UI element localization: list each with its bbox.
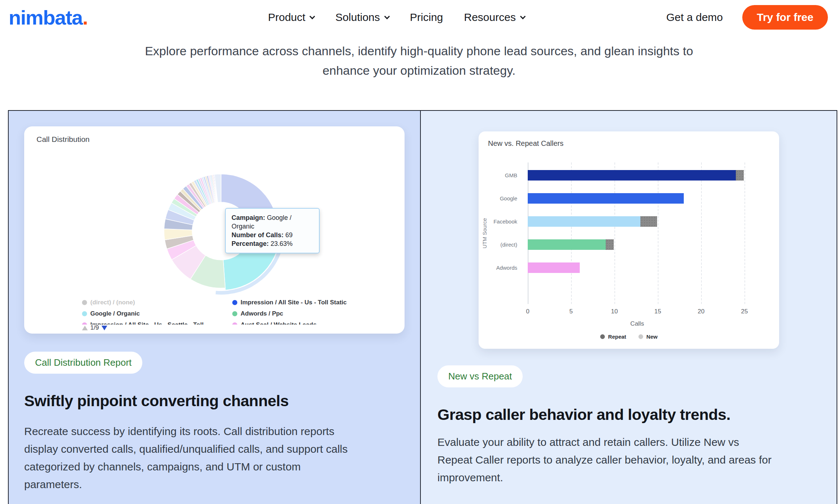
body-line: parameters. (24, 475, 348, 493)
y-axis-title: UTM Source (481, 162, 488, 304)
right-heading: Grasp caller behavior and loyalty trends… (437, 406, 730, 423)
legend-dot (639, 334, 643, 339)
gridline (744, 162, 745, 304)
x-tick-15: 15 (655, 308, 661, 315)
body-line: Recreate success by identifying its root… (24, 422, 348, 440)
top-nav: nimbata. ProductSolutionsPricingResource… (0, 0, 838, 35)
call-distribution-report-badge: Call Distribution Report (24, 352, 142, 374)
category-label-adwords: Adwords (479, 262, 523, 273)
body-line: Repeat Caller reports to analyze caller … (437, 451, 772, 469)
bar-plot-area (528, 162, 747, 304)
new-vs-repeat-panel: New vs. Repeat Callers UTM Source GMBGoo… (421, 111, 837, 504)
category-label--direct-: (direct) (479, 239, 523, 250)
try-for-free-button[interactable]: Try for free (742, 5, 828, 30)
nav-item-resources[interactable]: Resources (464, 11, 525, 23)
x-tick-0: 0 (526, 308, 529, 315)
donut-tooltip: Campaign: Google / OrganicNumber of Call… (225, 208, 320, 253)
bar-facebook-repeat[interactable] (640, 216, 657, 227)
legend-label: Adwords / Ppc (241, 310, 283, 317)
legend-label: Impression / All Site - Us - Seattle - T… (90, 321, 204, 325)
right-body-text: Evaluate your ability to attract and ret… (437, 433, 772, 486)
legend-dot (82, 300, 87, 305)
bar-row-adwords (528, 262, 580, 273)
chart-title: New vs. Repeat Callers (488, 139, 563, 148)
legend-item-aust-seal-website-leads[interactable]: Aust Seal / Website Leads (232, 321, 347, 325)
category-label-gmb: GMB (479, 170, 523, 181)
nav-item-pricing[interactable]: Pricing (410, 11, 443, 23)
body-line: categorized by channels, campaigns, and … (24, 458, 348, 475)
nav-item-product[interactable]: Product (268, 11, 314, 23)
bar--direct--repeat[interactable] (606, 239, 614, 250)
legend-label: Impression / All Site - Us - Toll Static (241, 299, 347, 306)
gridline (571, 162, 572, 304)
legend-label: Aust Seal / Website Leads (241, 321, 316, 325)
bar-gmb-repeat[interactable] (736, 170, 744, 181)
legend-label: Google / Organic (90, 310, 140, 317)
legend-dot (232, 311, 237, 316)
legend-pagination: 1/9 (82, 324, 107, 331)
bar-row-google (528, 193, 684, 204)
nav-actions: Get a demo Try for free (666, 5, 828, 30)
x-tick-25: 25 (741, 308, 748, 315)
body-line: improvement. (437, 469, 772, 486)
body-line: display converted calls, qualified/unqua… (24, 440, 348, 458)
chevron-down-icon (520, 13, 526, 19)
legend-item-new[interactable]: New (639, 334, 658, 340)
call-distribution-chart-card: Call Distribution Campaign: Google / Org… (24, 126, 405, 334)
tooltip-row: Number of Calls: 69 (232, 231, 313, 239)
nimbata-logo[interactable]: nimbata. (9, 6, 87, 29)
legend-item-google-organic[interactable]: Google / Organic (82, 310, 216, 318)
tooltip-row: Percentage: 23.63% (232, 239, 313, 248)
x-tick-10: 10 (611, 308, 618, 315)
get-a-demo-link[interactable]: Get a demo (666, 11, 723, 23)
legend-dot (232, 300, 237, 305)
bar-row-facebook (528, 216, 657, 227)
gridline (614, 162, 615, 304)
y-axis-line (528, 162, 528, 304)
page-up-icon[interactable] (82, 326, 88, 330)
donut-legend: (direct) / (none)Impression / All Site -… (82, 299, 347, 325)
nav-item-label: Product (268, 11, 305, 23)
tooltip-row: Campaign: Google / Organic (232, 213, 313, 231)
nav-item-label: Solutions (335, 11, 380, 23)
hero-line-1: Explore performance across channels, ide… (0, 41, 838, 61)
call-distribution-panel: Call Distribution Campaign: Google / Org… (9, 111, 421, 504)
new-vs-repeat-chart-card: New vs. Repeat Callers UTM Source GMBGoo… (479, 131, 779, 349)
gridline (701, 162, 702, 304)
nav-item-label: Pricing (410, 11, 443, 23)
legend-dot (600, 334, 605, 339)
x-axis-title: Calls (630, 320, 644, 327)
left-heading: Swiftly pinpoint converting channels (24, 392, 289, 410)
chevron-down-icon (384, 13, 390, 19)
nav-item-solutions[interactable]: Solutions (335, 11, 389, 23)
hero-line-2: enhance your optimization strategy. (0, 61, 838, 80)
bar-google-new[interactable] (528, 193, 684, 204)
legend-dot (232, 322, 237, 325)
bar-row--direct- (528, 239, 614, 250)
bar-gmb-new[interactable] (528, 170, 736, 181)
legend-label: (direct) / (none) (90, 299, 135, 306)
legend-item--direct-none-[interactable]: (direct) / (none) (82, 299, 216, 307)
nav-menu: ProductSolutionsPricingResources (268, 0, 525, 35)
logo-dot: . (82, 6, 87, 29)
x-tick-5: 5 (569, 308, 573, 315)
legend-item-adwords-ppc[interactable]: Adwords / Ppc (232, 310, 347, 318)
bar-legend: RepeatNew (600, 334, 658, 340)
nav-item-label: Resources (464, 11, 516, 23)
x-tick-20: 20 (698, 308, 705, 315)
legend-item-repeat[interactable]: Repeat (600, 334, 626, 340)
bar-adwords-new[interactable] (528, 262, 580, 273)
feature-panels: Call Distribution Campaign: Google / Org… (8, 110, 837, 504)
category-label-facebook: Facebook (479, 216, 523, 227)
legend-label: Repeat (608, 334, 626, 340)
page-down-icon[interactable] (101, 326, 107, 330)
page-indicator: 1/9 (90, 324, 99, 331)
bar-facebook-new[interactable] (528, 216, 640, 227)
new-vs-repeat-badge: New vs Repeat (437, 365, 523, 387)
bar--direct--new[interactable] (528, 239, 606, 250)
hero-subheading: Explore performance across channels, ide… (0, 41, 838, 80)
legend-label: New (647, 334, 658, 340)
legend-dot (82, 311, 87, 316)
legend-item-impression-all-site-us-toll-static[interactable]: Impression / All Site - Us - Toll Static (232, 299, 347, 307)
left-body-text: Recreate success by identifying its root… (24, 422, 348, 493)
